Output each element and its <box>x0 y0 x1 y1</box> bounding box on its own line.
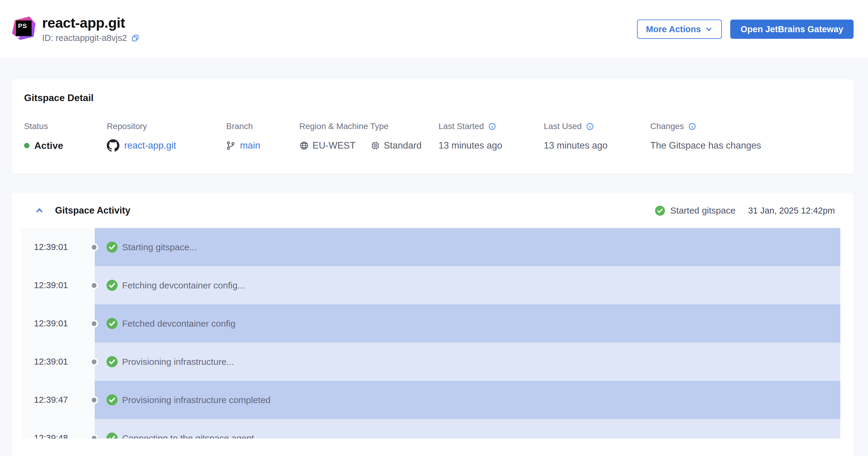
collapse-activity-button[interactable] <box>35 206 44 215</box>
log-row: 12:39:01 Fetched devcontainer config <box>21 304 840 343</box>
check-circle-icon <box>106 356 118 367</box>
branch-label: Branch <box>226 122 299 131</box>
activity-status-text: Started gitspace <box>671 206 736 216</box>
git-branch-icon <box>226 141 235 150</box>
last-used-value: 13 minutes ago <box>544 140 608 151</box>
log-row: 12:39:01 Provisioning infrastructure... <box>21 343 840 381</box>
repository-link[interactable]: react-app.git <box>124 140 176 151</box>
page-title: react-app.git <box>42 16 139 30</box>
activity-date: 31 Jan, 2025 12:42pm <box>748 206 835 216</box>
field-changes: Changes The Gitspace has changes <box>650 122 841 152</box>
log-row: 12:39:01 Fetching devcontainer config... <box>21 266 840 304</box>
log-timestamp: 12:39:01 <box>34 318 68 329</box>
timeline-dot-icon <box>92 283 97 288</box>
timeline-dot-icon <box>92 321 97 326</box>
changes-label: Changes <box>650 122 684 131</box>
gitspace-detail-card: Gitspace Detail Status Active Repository… <box>11 79 854 174</box>
status-value: Active <box>34 140 63 151</box>
log-row: 12:39:01 Starting gitspace... <box>21 228 840 266</box>
log-message: Provisioning infrastructure... <box>122 357 234 367</box>
log-message: Starting gitspace... <box>122 242 197 252</box>
cpu-icon <box>371 141 380 150</box>
timeline-dot-icon <box>92 398 97 402</box>
timeline-dot-icon <box>92 436 97 439</box>
open-jetbrains-gateway-button[interactable]: Open JetBrains Gateway <box>730 20 854 39</box>
gitspace-id-label: ID: reactappgit-a8vjs2 <box>42 33 127 43</box>
copy-icon[interactable] <box>131 34 139 42</box>
field-last-used: Last Used 13 minutes ago <box>544 122 650 152</box>
branch-link[interactable]: main <box>240 140 260 151</box>
github-icon <box>107 139 119 152</box>
gitspace-detail-heading: Gitspace Detail <box>24 92 841 103</box>
info-icon[interactable] <box>688 122 696 130</box>
last-started-label: Last Started <box>438 122 484 131</box>
check-circle-icon <box>106 394 118 405</box>
log-timestamp: 12:39:47 <box>34 395 68 405</box>
gitspace-activity-heading: Gitspace Activity <box>55 205 130 216</box>
check-circle-icon <box>106 242 118 253</box>
log-timestamp: 12:39:01 <box>34 280 68 290</box>
status-label: Status <box>24 122 107 131</box>
field-region-machine: Region & Machine Type EU-WEST <box>299 122 438 152</box>
success-check-icon <box>655 206 665 216</box>
field-repository: Repository react-app.git <box>107 122 226 152</box>
log-message: Fetching devcontainer config... <box>122 280 245 291</box>
activity-log[interactable]: 12:39:01 Starting gitspace... 12:39:01 <box>21 228 840 438</box>
log-timestamp: 12:39:01 <box>34 242 68 252</box>
timeline-dot-icon <box>92 245 97 250</box>
gitspace-activity-card: Gitspace Activity Started gitspace 31 Ja… <box>11 193 854 456</box>
chevron-down-icon <box>705 25 713 33</box>
region-machine-label: Region & Machine Type <box>299 122 438 131</box>
changes-value: The Gitspace has changes <box>650 140 761 151</box>
field-last-started: Last Started 13 minutes ago <box>438 122 544 152</box>
check-circle-icon <box>106 318 118 329</box>
check-circle-icon <box>106 280 118 291</box>
chevron-up-icon <box>35 206 44 215</box>
last-used-label: Last Used <box>544 122 582 131</box>
field-status: Status Active <box>24 122 107 152</box>
log-timestamp: 12:39:01 <box>34 357 68 367</box>
more-actions-button[interactable]: More Actions <box>637 20 722 39</box>
log-timestamp: 12:39:48 <box>34 433 68 438</box>
log-message: Connecting to the gitspace agent... <box>122 433 262 439</box>
check-circle-icon <box>106 432 118 438</box>
log-message: Fetched devcontainer config <box>122 318 236 329</box>
info-icon[interactable] <box>586 122 594 130</box>
last-started-value: 13 minutes ago <box>438 140 502 151</box>
page-header: PS react-app.git ID: reactappgit-a8vjs2 … <box>0 0 868 59</box>
phpstorm-logo-icon: PS <box>12 17 35 40</box>
log-row: 12:39:47 Provisioning infrastructure com… <box>21 381 840 419</box>
log-message: Provisioning infrastructure completed <box>122 395 271 405</box>
machine-type-value: Standard <box>384 140 422 151</box>
info-icon[interactable] <box>488 122 496 130</box>
timeline-dot-icon <box>92 360 97 364</box>
status-active-dot <box>24 143 29 148</box>
region-value: EU-WEST <box>312 140 355 151</box>
field-branch: Branch main <box>226 122 299 152</box>
log-row: 12:39:48 Connecting to the gitspace agen… <box>21 419 840 438</box>
repository-label: Repository <box>107 122 226 131</box>
globe-icon <box>299 141 309 150</box>
